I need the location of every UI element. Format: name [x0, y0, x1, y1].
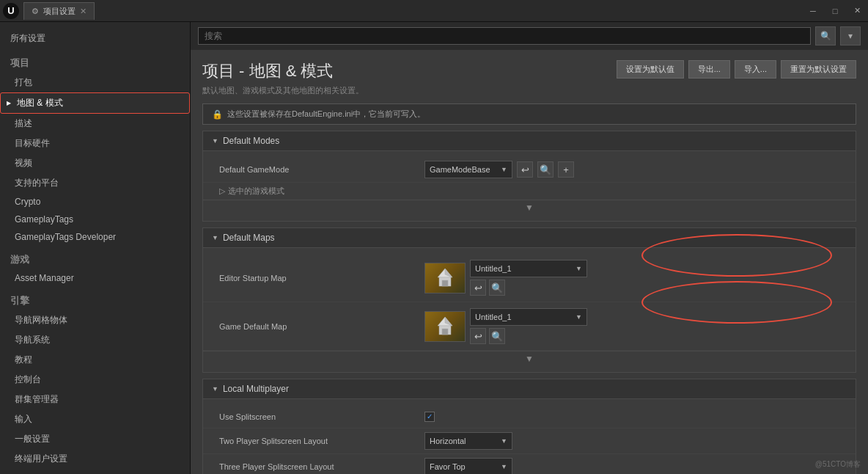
reset-button[interactable]: 重置为默认设置: [781, 60, 856, 79]
dropdown-three-player[interactable]: Favor Top ▼: [424, 458, 512, 474]
sidebar-item-nav-system[interactable]: 导航系统: [0, 330, 190, 350]
sidebar-item-description[interactable]: 描述: [0, 114, 190, 134]
label-default-gamemode: Default GameMode: [212, 165, 424, 174]
row-two-player-layout: Two Player Splitscreen Layout Horizontal…: [203, 429, 856, 454]
control-game-default-map: Untitled_1 ▼ ↩ 🔍: [424, 308, 847, 344]
dropdown-editor-map-arrow: ▼: [575, 265, 582, 272]
info-bar: 🔒 这些设置被保存在DefaultEngine.ini中，它当前可写入。: [202, 103, 856, 125]
section-default-modes: ▼ Default Modes Default GameMode GameMod…: [202, 131, 856, 222]
minimize-button[interactable]: ─: [802, 0, 824, 22]
close-button[interactable]: ✕: [846, 0, 868, 22]
content-wrapper: 项目 - 地图 & 模式 默认地图、游戏模式及其他地图的相关设置。 设置为默认值…: [191, 50, 868, 474]
search-settings-button[interactable]: ▾: [840, 26, 861, 45]
control-editor-startup-map: Untitled_1 ▼ ↩ 🔍: [424, 260, 847, 296]
expand-icon: ▷: [219, 186, 225, 196]
section-default-maps: ▼ Default Maps Editor Startup Map: [202, 227, 856, 373]
sidebar-item-general[interactable]: 一般设置: [0, 429, 190, 449]
dropdown-game-map-value: Untitled_1: [475, 313, 512, 321]
svg-rect-3: [442, 280, 448, 286]
row-editor-startup-map: Editor Startup Map: [203, 254, 856, 302]
editor-map-reset-btn[interactable]: ↩: [470, 280, 486, 296]
tab-close[interactable]: ✕: [80, 7, 87, 16]
section-default-modes-body: Default GameMode GameModeBase ▼ ↩ 🔍 +: [203, 151, 856, 221]
collapse-icon-multiplayer: ▼: [212, 385, 218, 393]
dropdown-editor-map[interactable]: Untitled_1 ▼: [470, 260, 587, 277]
row-default-gamemode: Default GameMode GameModeBase ▼ ↩ 🔍 +: [203, 157, 856, 183]
sidebar-item-packaging[interactable]: 打包: [0, 73, 190, 92]
checkbox-use-splitscreen[interactable]: [424, 412, 435, 422]
expand-row-maps[interactable]: ▼: [203, 351, 856, 366]
dropdown-two-player-value: Horizontal: [430, 437, 466, 445]
game-map-thumbnail: [424, 311, 466, 342]
control-three-player-layout: Favor Top ▼: [424, 458, 847, 474]
sidebar-item-maps-modes[interactable]: 地图 & 模式: [0, 92, 190, 114]
content-area: 🔍 ▾ 项目 - 地图 & 模式 默认地图、游戏模式及其他地图的相关设置。 设置…: [191, 22, 868, 474]
gamemode-add-btn[interactable]: +: [558, 161, 574, 178]
section-default-modes-header[interactable]: ▼ Default Modes: [203, 131, 856, 151]
expand-row-modes[interactable]: ▼: [203, 200, 856, 215]
sidebar-item-console[interactable]: 控制台: [0, 370, 190, 390]
dropdown-two-player-arrow: ▼: [501, 437, 507, 445]
editor-map-controls: Untitled_1 ▼ ↩ 🔍: [470, 260, 587, 296]
sidebar-item-ai[interactable]: AI实验: [0, 469, 190, 474]
section-local-multiplayer-header[interactable]: ▼ Local Multiplayer: [203, 379, 856, 399]
sidebar-section-engine: 引擎: [0, 287, 190, 310]
sidebar-item-supported-platforms[interactable]: 支持的平台: [0, 173, 190, 193]
page-header-actions: 设置为默认值 导出... 导入... 重置为默认设置: [617, 60, 856, 79]
section-default-maps-title: Default Maps: [223, 233, 275, 243]
editor-map-btns-line: ↩ 🔍: [470, 280, 587, 296]
expand-down-maps-icon: ▼: [525, 354, 534, 364]
label-three-player-layout: Three Player Splitscreen Layout: [212, 462, 424, 471]
sidebar-item-target-hardware[interactable]: 目标硬件: [0, 134, 190, 153]
sidebar-item-gameplay-tags-dev[interactable]: GameplayTags Developer: [0, 228, 190, 246]
ue-logo: U: [3, 3, 19, 19]
sidebar-item-input[interactable]: 输入: [0, 409, 190, 429]
sidebar-item-nav-mesh[interactable]: 导航网格物体: [0, 310, 190, 330]
tab-label: 项目设置: [43, 6, 76, 17]
sidebar-item-end-user[interactable]: 终端用户设置: [0, 449, 190, 469]
maximize-button[interactable]: □: [824, 0, 846, 22]
sidebar-section-game: 游戏: [0, 246, 190, 269]
row-game-default-map: Game Default Map: [203, 302, 856, 351]
sidebar: 所有设置 项目 打包 地图 & 模式 描述 目标硬件 视频 支持的平台 Cryp…: [0, 22, 191, 474]
map-thumb-svg: [432, 267, 458, 289]
sidebar-section-project: 项目: [0, 49, 190, 73]
page-subtitle: 默认地图、游戏模式及其他地图的相关设置。: [202, 85, 364, 96]
game-map-search-btn[interactable]: 🔍: [489, 328, 505, 344]
export-button[interactable]: 导出...: [688, 60, 730, 79]
control-default-gamemode: GameModeBase ▼ ↩ 🔍 +: [424, 161, 847, 178]
section-local-multiplayer: ▼ Local Multiplayer Use Splitscreen Two …: [202, 379, 856, 474]
import-button[interactable]: 导入...: [735, 60, 776, 79]
dropdown-game-map-arrow: ▼: [575, 313, 582, 321]
selected-mode-row[interactable]: ▷ 选中的游戏模式: [203, 183, 856, 200]
title-tab[interactable]: ⚙ 项目设置 ✕: [23, 2, 95, 20]
expand-down-icon: ▼: [525, 203, 534, 213]
sidebar-item-crowd-manager[interactable]: 群集管理器: [0, 390, 190, 409]
search-button[interactable]: 🔍: [815, 26, 836, 45]
section-default-modes-title: Default Modes: [223, 136, 279, 146]
svg-rect-7: [442, 329, 448, 335]
dropdown-gamemode[interactable]: GameModeBase ▼: [424, 161, 512, 178]
game-map-dropdown-line: Untitled_1 ▼: [470, 308, 587, 326]
search-input[interactable]: [198, 27, 811, 45]
sidebar-all-settings[interactable]: 所有设置: [0, 28, 190, 49]
section-default-maps-body: Editor Startup Map: [203, 248, 856, 372]
sidebar-item-tutorial[interactable]: 教程: [0, 350, 190, 370]
dropdown-two-player[interactable]: Horizontal ▼: [424, 432, 512, 450]
gamemode-reset-btn[interactable]: ↩: [517, 161, 533, 178]
sidebar-item-gameplay-tags[interactable]: GameplayTags: [0, 211, 190, 228]
sidebar-item-crypto[interactable]: Crypto: [0, 193, 190, 211]
game-map-reset-btn[interactable]: ↩: [470, 328, 486, 344]
title-bar: U ⚙ 项目设置 ✕ ─ □ ✕: [0, 0, 868, 22]
set-default-button[interactable]: 设置为默认值: [617, 60, 684, 79]
settings-icon: ⚙: [32, 7, 39, 16]
info-text: 这些设置被保存在DefaultEngine.ini中，它当前可写入。: [227, 109, 425, 120]
section-default-maps-header[interactable]: ▼ Default Maps: [203, 228, 856, 248]
dropdown-game-map[interactable]: Untitled_1 ▼: [470, 308, 587, 326]
gamemode-search-btn[interactable]: 🔍: [537, 161, 553, 178]
watermark: @51CTO博客: [815, 459, 861, 470]
sidebar-item-video[interactable]: 视频: [0, 153, 190, 173]
game-map-thumb-svg: [432, 316, 458, 338]
editor-map-search-btn[interactable]: 🔍: [489, 280, 505, 296]
sidebar-item-asset-manager[interactable]: Asset Manager: [0, 269, 190, 287]
